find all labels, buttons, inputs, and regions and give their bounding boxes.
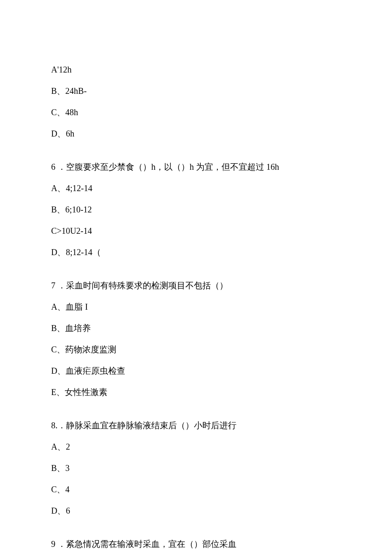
q5-option-d: D、6h bbox=[51, 127, 341, 140]
q5-option-b: B、24hB- bbox=[51, 84, 341, 97]
q8-option-a: A、2 bbox=[51, 440, 341, 453]
q6-option-c: C>10U2-14 bbox=[51, 224, 341, 237]
q8-stem: 8.．静脉采血宜在静脉输液结束后（）小时后进行 bbox=[51, 419, 341, 432]
q6-option-a: A、4;12-14 bbox=[51, 182, 341, 195]
q6-stem: 6 ．空腹要求至少禁食（）h，以（）h 为宜，但不宜超过 16h bbox=[51, 160, 341, 173]
q5-option-a: A'12h bbox=[51, 63, 341, 76]
q7-option-a: A、血脂 I bbox=[51, 300, 341, 313]
q7-option-b: B、血培养 bbox=[51, 322, 341, 334]
q9-stem: 9 ．紧急情况需在输液时采血，宜在（）部位采血 bbox=[51, 538, 341, 550]
q8-option-c: C、4 bbox=[51, 483, 341, 496]
q8-option-b: B、3 bbox=[51, 462, 341, 474]
q7-option-c: C、药物浓度监测 bbox=[51, 343, 341, 356]
q6-option-b: B、6;10-12 bbox=[51, 203, 341, 216]
q7-option-d: D、血液疟原虫检查 bbox=[51, 364, 341, 377]
q8-option-d: D、6 bbox=[51, 504, 341, 517]
q7-stem: 7 ．采血时间有特殊要求的检测项目不包括（） bbox=[51, 279, 341, 292]
q7-option-e: E、女性性激素 bbox=[51, 386, 341, 398]
q5-option-c: C、48h bbox=[51, 106, 341, 119]
q6-option-d: D、8;12-14（ bbox=[51, 246, 341, 259]
